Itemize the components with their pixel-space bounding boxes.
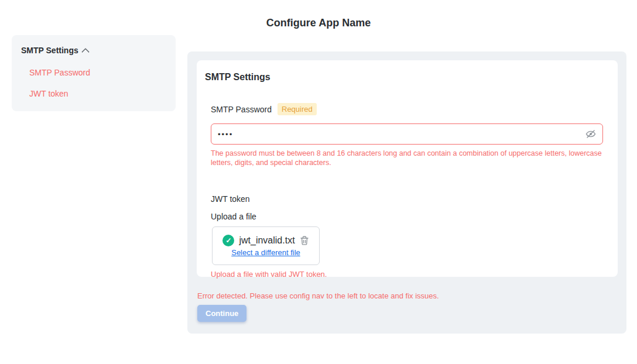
sidebar-section-label: SMTP Settings (21, 46, 78, 55)
smtp-settings-card: SMTP Settings SMTP Password Required The… (197, 60, 618, 277)
file-upload-box: ✓ jwt_invalid.txt Select a different fil… (212, 226, 320, 265)
sidebar-section-smtp-settings[interactable]: SMTP Settings (21, 46, 166, 55)
sidebar-links: SMTP Password JWT token (29, 68, 166, 98)
smtp-password-label: SMTP Password (211, 105, 272, 114)
card-heading: SMTP Settings (205, 72, 609, 83)
footer-error-message: Error detected. Please use config nav to… (197, 291, 439, 300)
smtp-password-input[interactable] (211, 123, 603, 145)
select-different-file-link[interactable]: Select a different file (231, 248, 300, 257)
config-nav-sidebar: SMTP Settings SMTP Password JWT token (12, 35, 176, 111)
continue-button[interactable]: Continue (197, 305, 246, 322)
uploaded-file-name: jwt_invalid.txt (239, 235, 294, 246)
check-circle-icon: ✓ (222, 235, 234, 246)
config-panel: SMTP Settings SMTP Password Required The… (187, 51, 626, 334)
smtp-password-error: The password must be between 8 and 16 ch… (211, 149, 604, 167)
upload-file-label: Upload a file (211, 212, 609, 221)
jwt-token-label: JWT token (211, 194, 609, 204)
sidebar-item-smtp-password[interactable]: SMTP Password (29, 68, 166, 77)
page-title: Configure App Name (0, 17, 637, 29)
required-badge: Required (278, 103, 317, 115)
trash-icon[interactable] (300, 235, 309, 246)
chevron-up-icon (81, 48, 90, 56)
eye-slash-icon[interactable] (585, 129, 596, 139)
sidebar-item-jwt-token[interactable]: JWT token (29, 89, 166, 98)
jwt-token-error: Upload a file with valid JWT token. (211, 270, 609, 279)
